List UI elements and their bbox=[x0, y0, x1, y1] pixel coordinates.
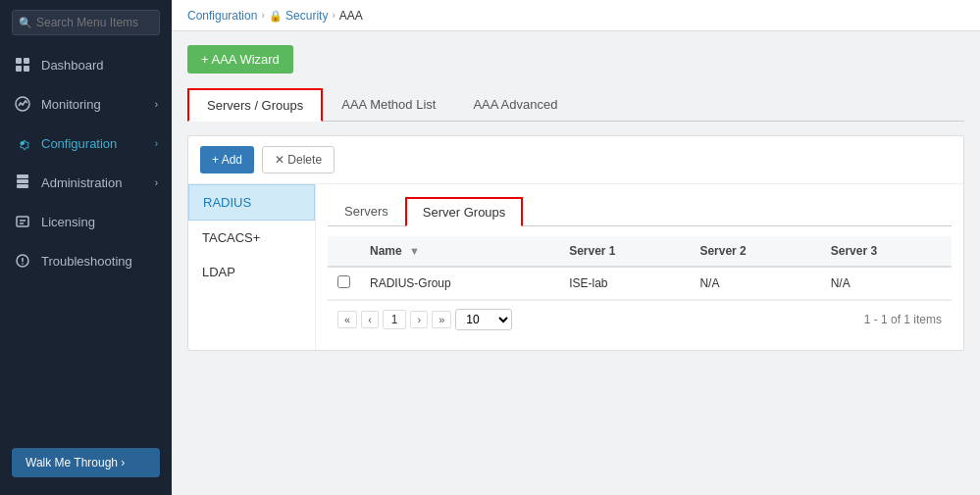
breadcrumb-security[interactable]: 🔒 Security bbox=[269, 9, 329, 23]
table-header-name: Name ▼ bbox=[360, 236, 559, 267]
sidebar-item-label: Configuration bbox=[41, 136, 145, 151]
troubleshooting-icon bbox=[14, 252, 31, 270]
tab-method-list[interactable]: AAA Method List bbox=[323, 88, 454, 122]
svg-rect-5 bbox=[17, 184, 28, 188]
per-page-select[interactable]: 10 20 50 bbox=[455, 309, 512, 330]
row-checkbox[interactable] bbox=[337, 275, 350, 288]
breadcrumb-sep2: › bbox=[332, 10, 335, 21]
sidebar-search-container: 🔍 bbox=[0, 0, 172, 45]
table-cell-checkbox[interactable] bbox=[328, 267, 360, 300]
svg-rect-0 bbox=[16, 58, 22, 64]
breadcrumb-sep1: › bbox=[261, 10, 264, 21]
table-header-server2: Server 2 bbox=[690, 236, 820, 267]
left-nav-tacacs[interactable]: TACACS+ bbox=[188, 221, 315, 255]
pagination: « ‹ 1 › » 10 20 50 1 - 1 of 1 items bbox=[328, 300, 952, 338]
left-nav-ldap[interactable]: LDAP bbox=[188, 255, 315, 289]
table-header-server1: Server 1 bbox=[559, 236, 690, 267]
left-nav-radius[interactable]: RADIUS bbox=[188, 184, 315, 221]
main-panel: + Add ✕ Delete RADIUS TACACS+ LDAP Serve… bbox=[187, 135, 964, 351]
sidebar-item-monitoring[interactable]: Monitoring › bbox=[0, 84, 172, 124]
sub-tab-server-groups[interactable]: Server Groups bbox=[405, 197, 524, 226]
sidebar-item-licensing[interactable]: Licensing bbox=[0, 202, 172, 241]
breadcrumb-configuration[interactable]: Configuration bbox=[187, 9, 257, 23]
svg-rect-6 bbox=[17, 179, 28, 183]
table-row: RADIUS-Group ISE-lab N/A N/A bbox=[328, 267, 952, 300]
svg-rect-8 bbox=[17, 217, 28, 226]
sub-tab-bar: Servers Server Groups bbox=[328, 196, 952, 226]
sidebar-item-label: Administration bbox=[41, 175, 145, 190]
table-cell-server3: N/A bbox=[821, 267, 952, 300]
svg-rect-3 bbox=[24, 66, 29, 72]
tab-advanced[interactable]: AAA Advanced bbox=[454, 88, 576, 122]
chevron-right-icon: › bbox=[155, 138, 158, 149]
sidebar-item-label: Troubleshooting bbox=[41, 254, 158, 269]
table-cell-server2: N/A bbox=[690, 267, 820, 300]
table-header-server3: Server 3 bbox=[821, 236, 952, 267]
right-content: Servers Server Groups Name ▼ bbox=[316, 184, 963, 350]
pagination-info: 1 - 1 of 1 items bbox=[864, 313, 942, 326]
search-input[interactable] bbox=[12, 10, 160, 35]
page-prev-button[interactable]: ‹ bbox=[361, 311, 379, 328]
table-cell-server1: ISE-lab bbox=[559, 267, 690, 300]
pagination-controls: « ‹ 1 › » 10 20 50 bbox=[337, 309, 512, 330]
page-last-button[interactable]: » bbox=[432, 311, 451, 328]
breadcrumb: Configuration › 🔒 Security › AAA bbox=[172, 0, 980, 31]
table-header-row: Name ▼ Server 1 Server 2 Server 3 bbox=[328, 236, 952, 267]
split-panel: RADIUS TACACS+ LDAP Servers Server Group… bbox=[188, 184, 963, 350]
search-icon: 🔍 bbox=[19, 17, 32, 29]
sidebar-item-label: Dashboard bbox=[41, 58, 158, 73]
sidebar-item-administration[interactable]: Administration › bbox=[0, 163, 172, 202]
filter-icon[interactable]: ▼ bbox=[409, 245, 420, 257]
left-nav: RADIUS TACACS+ LDAP bbox=[188, 184, 316, 350]
sidebar-item-configuration[interactable]: Configuration › bbox=[0, 124, 172, 163]
page-first-button[interactable]: « bbox=[337, 311, 357, 328]
licensing-icon bbox=[14, 213, 31, 230]
configuration-icon bbox=[14, 134, 31, 152]
svg-rect-7 bbox=[17, 174, 28, 178]
sidebar: 🔍 Dashboard Monitoring › Configuration ›… bbox=[0, 0, 172, 495]
aaa-wizard-button[interactable]: + AAA Wizard bbox=[187, 45, 293, 74]
svg-rect-2 bbox=[16, 66, 22, 72]
sidebar-item-label: Monitoring bbox=[41, 97, 145, 112]
sub-tab-servers[interactable]: Servers bbox=[328, 197, 405, 226]
chevron-right-icon: › bbox=[155, 177, 158, 188]
add-button[interactable]: + Add bbox=[200, 146, 254, 173]
sidebar-item-troubleshooting[interactable]: Troubleshooting bbox=[0, 241, 172, 280]
main-tab-bar: Servers / Groups AAA Method List AAA Adv… bbox=[187, 87, 964, 122]
lock-icon: 🔒 bbox=[269, 10, 283, 22]
svg-rect-1 bbox=[24, 58, 29, 64]
toolbar: + Add ✕ Delete bbox=[188, 136, 963, 184]
page-number: 1 bbox=[383, 310, 407, 329]
walk-me-through-button[interactable]: Walk Me Through › bbox=[12, 448, 160, 477]
content-area: + AAA Wizard Servers / Groups AAA Method… bbox=[172, 31, 980, 495]
table-cell-name: RADIUS-Group bbox=[360, 267, 559, 300]
tab-servers-groups[interactable]: Servers / Groups bbox=[187, 88, 323, 122]
chevron-right-icon: › bbox=[155, 99, 158, 110]
sidebar-item-label: Licensing bbox=[41, 215, 158, 229]
sidebar-item-dashboard[interactable]: Dashboard bbox=[0, 45, 172, 84]
svg-point-13 bbox=[22, 263, 24, 265]
delete-button[interactable]: ✕ Delete bbox=[262, 146, 335, 173]
table-header-checkbox bbox=[328, 236, 360, 267]
breadcrumb-aaa: AAA bbox=[339, 9, 363, 23]
administration-icon bbox=[14, 173, 31, 191]
server-groups-table: Name ▼ Server 1 Server 2 Server 3 bbox=[328, 236, 952, 300]
main-content: Configuration › 🔒 Security › AAA + AAA W… bbox=[172, 0, 980, 495]
monitoring-icon bbox=[14, 95, 31, 113]
page-next-button[interactable]: › bbox=[410, 311, 428, 328]
dashboard-icon bbox=[14, 56, 31, 74]
